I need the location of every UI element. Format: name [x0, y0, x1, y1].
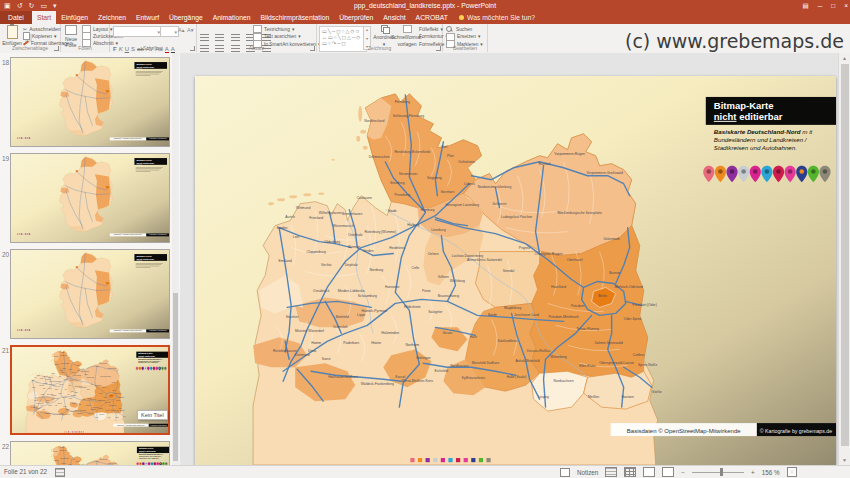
- map-label: Ostprignitz-Ruppin: [535, 252, 563, 256]
- close-icon[interactable]: ×: [844, 0, 848, 11]
- map-label: Frankfurt (Oder): [633, 303, 657, 307]
- map-label: Werra-Meißner-Kreis: [402, 379, 434, 383]
- tab-entwurf[interactable]: Entwurf: [131, 11, 164, 24]
- map-label: Dortmund: [295, 353, 310, 357]
- tab-ansicht[interactable]: Ansicht: [378, 11, 410, 24]
- thumbnail-slide-18[interactable]: [10, 57, 170, 147]
- map-label: Cuxhaven: [357, 196, 372, 200]
- clipboard-dialog-launcher[interactable]: [54, 46, 59, 51]
- thumbnail-slide-21[interactable]: [10, 345, 170, 435]
- svg-text:nicht editierbar: nicht editierbar: [714, 111, 783, 122]
- scrollbar-thumb[interactable]: [841, 64, 849, 446]
- font-dialog-launcher[interactable]: [190, 46, 195, 51]
- normal-view-icon[interactable]: [605, 467, 617, 477]
- zoom-slider[interactable]: [692, 472, 744, 473]
- zoom-in-icon[interactable]: +: [751, 469, 755, 476]
- thumbnail-number: 18: [2, 59, 9, 66]
- tab-start[interactable]: Start: [32, 11, 56, 24]
- shape-glyph-icon[interactable]: ◇: [356, 34, 360, 40]
- document-area: Bitmap-Karte nicht editierbar Basisdaten…: [180, 53, 850, 465]
- font-name-select[interactable]: ▾: [113, 26, 162, 37]
- paste-button[interactable]: Einfügen: [3, 25, 21, 46]
- notes-icon[interactable]: [560, 468, 570, 477]
- map-label: Northeim: [405, 343, 419, 347]
- quick-styles-button[interactable]: Schnellformat-vorlagen: [395, 25, 419, 47]
- map-label: Vorpommern-Greifswald: [586, 171, 623, 175]
- fit-slide-icon[interactable]: [787, 467, 797, 477]
- quick-styles-icon: [403, 25, 412, 33]
- shape-glyph-icon[interactable]: ─: [352, 34, 356, 40]
- map-label: Vorpommern-Rügen: [554, 152, 585, 156]
- text-direction-button[interactable]: Textrichtung ▾: [253, 26, 320, 32]
- thumbnail-number: 19: [2, 155, 9, 162]
- shrink-font-icon[interactable]: A▾: [187, 27, 193, 33]
- tab-datei[interactable]: Datei: [0, 11, 32, 24]
- map-label: Harburg: [407, 223, 419, 227]
- map-label: Lüneburg: [431, 228, 445, 232]
- tab-übergänge[interactable]: Übergänge: [164, 11, 208, 24]
- drawing-dialog-launcher[interactable]: [436, 46, 441, 51]
- thumbnail-number: 21: [2, 347, 9, 354]
- map-label: Uckermark: [603, 237, 620, 241]
- tab-zeichnen[interactable]: Zeichnen: [93, 11, 131, 24]
- ribbon-display-options-icon[interactable]: ▤: [803, 0, 809, 11]
- tab-einfügen[interactable]: Einfügen: [56, 11, 93, 24]
- map-label: Herzogtum Lauenburg: [446, 203, 480, 207]
- map-label: Potsdam: [571, 304, 585, 308]
- thumbnail-slide-22[interactable]: [10, 441, 170, 465]
- group-slides: Neue Folie Layout ▾ Zurücksetzen Abschni…: [61, 24, 110, 52]
- map-label: Holzminden: [381, 331, 399, 335]
- scroll-down-icon[interactable]: ▼: [839, 455, 850, 465]
- tab-acrobat[interactable]: ACROBAT: [411, 11, 453, 24]
- map-label: Dithmarschen: [369, 155, 390, 159]
- restore-icon[interactable]: □: [831, 0, 835, 11]
- grow-font-icon[interactable]: A▴: [178, 27, 184, 33]
- reading-view-icon[interactable]: [643, 467, 655, 477]
- lightbulb-icon: [459, 15, 464, 20]
- tab-animationen[interactable]: Animationen: [208, 11, 256, 24]
- find-button[interactable]: Suchen: [446, 26, 483, 32]
- thumbnail-slide-20[interactable]: [10, 249, 170, 339]
- map-label: Ludwigslust-Parchim: [501, 215, 532, 219]
- map-label: Salzgitter: [428, 310, 443, 314]
- map-label: Rendsburg-Eckernförde: [394, 150, 430, 154]
- shape-glyph-icon[interactable]: △: [347, 34, 351, 40]
- status-bar: Folie 21 von 22 Notizen − + 156 %: [0, 465, 850, 478]
- slideshow-view-icon[interactable]: [662, 467, 674, 477]
- notes-button[interactable]: Notizen: [577, 469, 598, 476]
- tab-überprüfen[interactable]: Überprüfen: [334, 11, 378, 24]
- map-label: Schaumburg: [358, 294, 377, 298]
- slide-sorter-icon[interactable]: [624, 467, 636, 477]
- panel-scrollbar[interactable]: [172, 53, 179, 465]
- map-label: Teltow-Fläming: [576, 327, 599, 331]
- minimize-icon[interactable]: ─: [818, 0, 823, 11]
- map-label: Elbe-Elster: [579, 364, 596, 368]
- zoom-level[interactable]: 156 %: [762, 469, 780, 476]
- replace-button[interactable]: Ersetzen ▾: [446, 34, 483, 40]
- tab-bildschirmpräsentation[interactable]: Bildschirmpräsentation: [256, 11, 335, 24]
- map-label: Vechta: [321, 264, 331, 268]
- map-label: Bremen: [348, 245, 360, 249]
- map-label: Steinfurt: [286, 315, 299, 319]
- map-label: Lübeck: [464, 182, 475, 186]
- new-slide-icon: [65, 25, 77, 35]
- map-label: Oldenburg: [324, 240, 340, 244]
- vertical-scrollbar[interactable]: ▲ ▼: [838, 53, 850, 465]
- map-label: Stade: [388, 209, 397, 213]
- zoom-out-icon[interactable]: −: [681, 469, 685, 476]
- map-label: Nordwestmecklenburg: [478, 185, 512, 189]
- scroll-up-icon[interactable]: ▲: [839, 53, 850, 63]
- tell-me-search[interactable]: Was möchten Sie tun?: [453, 11, 541, 24]
- map-label: Verden: [363, 249, 374, 253]
- map-label: Nordsachsen: [554, 379, 574, 383]
- thumbnail-slide-19[interactable]: [10, 153, 170, 243]
- proofing-icon[interactable]: [55, 468, 65, 477]
- map-label: Meißen: [588, 395, 599, 399]
- zoom-slider-knob[interactable]: [720, 468, 723, 476]
- font-size-select[interactable]: ▾: [160, 26, 179, 37]
- paragraph-dialog-launcher[interactable]: [310, 46, 315, 51]
- slide-canvas[interactable]: Bitmap-Karte nicht editierbar Basisdaten…: [195, 76, 836, 465]
- map-label: Wittenberg: [550, 355, 566, 359]
- align-text-button[interactable]: Text ausrichten ▾: [253, 34, 320, 40]
- map-label: Wilhelmshaven: [319, 211, 342, 215]
